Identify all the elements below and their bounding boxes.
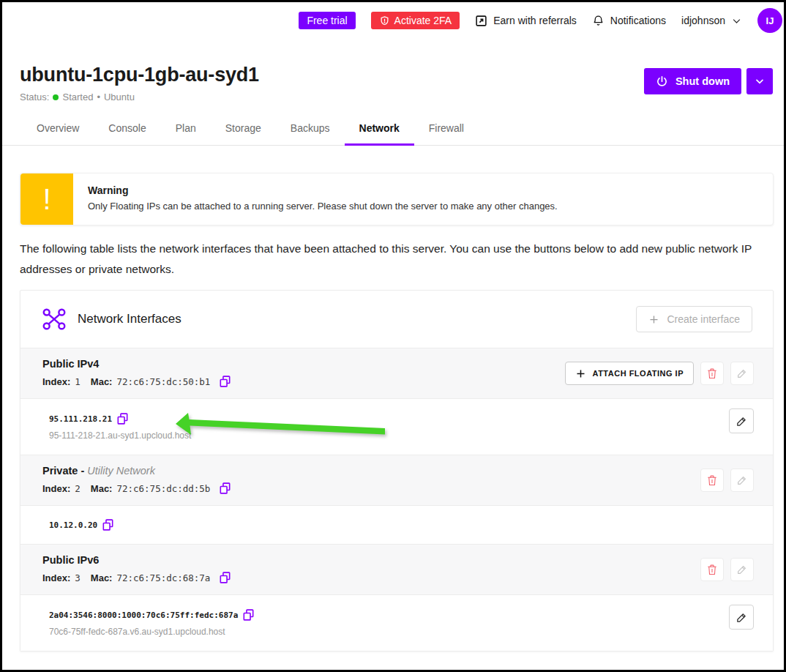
chevron-down-icon <box>731 15 742 26</box>
pencil-icon <box>736 415 748 428</box>
shutdown-button[interactable]: Shut down <box>644 68 741 94</box>
tabs: OverviewConsolePlanStorageBackupsNetwork… <box>2 113 784 146</box>
copy-ip-button[interactable] <box>243 609 254 621</box>
edit-ip-button[interactable] <box>729 605 754 630</box>
pencil-icon <box>736 564 748 575</box>
section-meta: Index:3 Mac:72:c6:75:dc:68:7a <box>42 572 700 583</box>
attach-floating-ip-button[interactable]: ATTACH FLOATING IP <box>565 362 694 385</box>
shield-exclamation-icon <box>379 15 390 26</box>
warning-banner: ! Warning Only Floating IPs can be attac… <box>20 173 774 225</box>
delete-interface-button[interactable] <box>700 362 724 385</box>
tab-plan[interactable]: Plan <box>161 113 211 145</box>
trash-icon <box>706 474 718 487</box>
plus-icon <box>648 314 659 325</box>
topbar: Free trial Activate 2FA Earn with referr… <box>2 2 784 39</box>
free-trial-badge[interactable]: Free trial <box>299 12 355 29</box>
section-header-private: Private - Utility Network Index:2 Mac:72… <box>20 455 773 505</box>
create-interface-button[interactable]: Create interface <box>636 306 752 332</box>
copy-ip-button[interactable] <box>117 413 128 425</box>
tab-network[interactable]: Network <box>345 113 414 145</box>
warning-title: Warning <box>88 184 558 196</box>
external-arrow-icon <box>475 15 487 27</box>
section-header-public-ipv4: Public IPv4 Index:1 Mac:72:c6:75:dc:50:b… <box>20 348 773 398</box>
ip-address: 10.12.0.20 <box>49 520 97 530</box>
edit-ip-button[interactable] <box>729 408 754 433</box>
pencil-icon <box>736 611 748 624</box>
trash-icon <box>706 564 718 576</box>
ip-hostname: 70c6-75ff-fedc-687a.v6.au-syd1.upcloud.h… <box>49 627 729 637</box>
earn-referrals-link[interactable]: Earn with referrals <box>475 15 577 27</box>
delete-interface-button[interactable] <box>700 468 724 492</box>
section-title: Public IPv4 <box>42 358 565 370</box>
bell-icon <box>592 15 605 27</box>
plus-icon <box>575 368 586 379</box>
section-meta: Index:1 Mac:72:c6:75:dc:50:b1 <box>42 376 565 387</box>
activate-2fa-badge[interactable]: Activate 2FA <box>371 12 460 29</box>
shutdown-dropdown-button[interactable] <box>746 68 773 94</box>
copy-mac-button[interactable] <box>220 482 231 494</box>
status-dot <box>53 94 59 100</box>
ip-address: 95.111.218.21 <box>49 414 112 424</box>
copy-mac-button[interactable] <box>220 572 231 583</box>
tab-firewall[interactable]: Firewall <box>414 113 479 145</box>
section-title: Public IPv6 <box>42 554 700 566</box>
tab-backups[interactable]: Backups <box>276 113 345 145</box>
user-menu[interactable]: idjohnson <box>681 15 742 26</box>
copy-icon <box>243 609 254 621</box>
ip-row-public-ipv6: 2a04:3546:8000:1000:70c6:75ff:fedc:687a … <box>20 594 773 651</box>
page-description: The following table lists the network in… <box>20 239 760 280</box>
copy-icon <box>220 376 231 387</box>
status-line: Status: Started • Ubuntu <box>20 92 259 102</box>
delete-interface-button[interactable] <box>700 558 724 581</box>
section-title: Private - Utility Network <box>42 465 700 477</box>
ip-address: 2a04:3546:8000:1000:70c6:75ff:fedc:687a <box>49 611 238 620</box>
copy-mac-button[interactable] <box>220 376 231 387</box>
warning-message: Only Floating IPs can be attached to a r… <box>88 201 558 212</box>
edit-interface-button[interactable] <box>730 558 754 581</box>
tab-console[interactable]: Console <box>94 113 160 145</box>
copy-ip-button[interactable] <box>102 519 113 531</box>
ip-row-private: 10.12.0.20 <box>20 505 773 544</box>
avatar[interactable]: IJ <box>757 8 782 33</box>
page: Free trial Activate 2FA Earn with referr… <box>0 0 786 672</box>
tab-storage[interactable]: Storage <box>211 113 276 145</box>
trash-icon <box>706 367 718 380</box>
card-title: Network Interfaces <box>78 312 636 326</box>
page-title: ubuntu-1cpu-1gb-au-syd1 <box>20 64 259 86</box>
copy-icon <box>117 413 128 425</box>
edit-interface-button[interactable] <box>730 468 754 492</box>
section-header-public-ipv6: Public IPv6 Index:3 Mac:72:c6:75:dc:68:7… <box>20 544 773 594</box>
chevron-down-icon <box>754 75 766 87</box>
copy-icon <box>220 482 231 494</box>
copy-icon <box>220 572 231 583</box>
tab-overview[interactable]: Overview <box>22 113 94 145</box>
network-interfaces-card: Network Interfaces Create interface Publ… <box>20 290 774 652</box>
section-meta: Index:2 Mac:72:c6:75:dc:dd:5b <box>42 482 700 494</box>
ip-hostname: 95-111-218-21.au-syd1.upcloud.host <box>49 430 729 441</box>
edit-interface-button[interactable] <box>730 362 754 385</box>
notifications-link[interactable]: Notifications <box>592 15 666 27</box>
pencil-icon <box>736 367 748 379</box>
warning-exclamation-icon: ! <box>20 173 73 225</box>
copy-icon <box>102 519 113 531</box>
ip-row-public-ipv4: 95.111.218.21 95-111-218-21.au-syd1.upcl… <box>20 398 773 455</box>
network-icon <box>42 308 66 330</box>
pencil-icon <box>736 474 748 486</box>
power-icon <box>656 75 668 88</box>
